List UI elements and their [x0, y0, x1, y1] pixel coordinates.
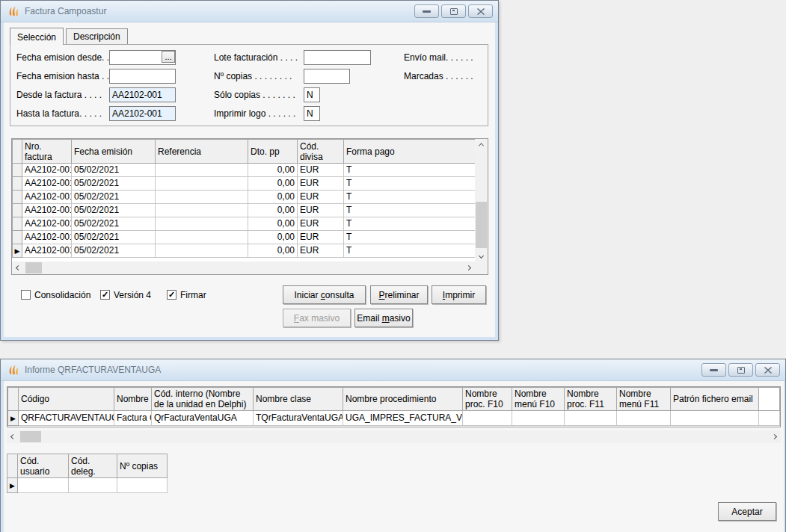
cell-forma-pago[interactable]: T [344, 191, 476, 204]
solo-copias-input[interactable] [304, 87, 320, 102]
restore-button[interactable] [441, 4, 466, 18]
cell-dto-pp[interactable]: 0,00 [248, 217, 298, 231]
cell-referencia[interactable] [156, 244, 248, 258]
cell-nro-factura[interactable]: AA2102-001 [22, 204, 72, 217]
cell-fecha-emision[interactable]: 05/02/2021 [72, 244, 156, 258]
hasta-factura-input[interactable] [109, 106, 176, 121]
cell-cod-divisa[interactable]: EUR [298, 231, 344, 244]
fax-masivo-button[interactable]: Fax masivo [283, 309, 351, 327]
table-row[interactable]: ▶ [7, 478, 168, 493]
date-picker-button[interactable]: ... [162, 51, 175, 63]
restore-button[interactable] [728, 363, 753, 377]
aceptar-button[interactable]: Aceptar [718, 502, 776, 521]
report-horizontal-scrollbar[interactable] [7, 430, 781, 443]
cell-nombre-proc-f11[interactable] [565, 411, 617, 426]
row-selector-cell[interactable]: ▶ [8, 411, 19, 426]
scroll-down-button[interactable] [475, 250, 488, 262]
scroll-right-button[interactable] [768, 430, 781, 443]
scroll-right-button[interactable] [462, 262, 475, 274]
cell-patron-fichero-email[interactable] [671, 411, 759, 426]
row-selector-cell[interactable]: ▶ [7, 478, 18, 493]
row-selector-cell[interactable]: ▶ [13, 244, 22, 258]
row-selector-cell[interactable] [13, 217, 22, 231]
table-row[interactable]: AA2102-001 05/02/2021 0,00 EUR T [13, 177, 476, 191]
cell-fecha-emision[interactable]: 05/02/2021 [72, 231, 156, 244]
cell-cod-divisa[interactable]: EUR [298, 244, 344, 258]
cell-dto-pp[interactable]: 0,00 [248, 177, 298, 191]
table-row[interactable]: ▶ AA2102-001 05/02/2021 0,00 EUR T [13, 244, 476, 258]
table-row[interactable]: AA2102-001 05/02/2021 0,00 EUR T [13, 217, 476, 231]
factura-titlebar[interactable]: Factura Campoastur [1, 1, 498, 22]
tab-seleccion[interactable]: Selección [10, 28, 64, 45]
cell-forma-pago[interactable]: T [344, 164, 476, 177]
iniciar-consulta-button[interactable]: Iniciar consulta [283, 285, 366, 304]
cell-nro-factura[interactable]: AA2102-001 [22, 164, 72, 177]
checkbox-box[interactable] [21, 290, 31, 300]
row-selector-cell[interactable] [13, 204, 22, 217]
minimize-button[interactable] [414, 4, 439, 18]
cell-forma-pago[interactable]: T [344, 177, 476, 191]
cell-cod-divisa[interactable]: EUR [298, 191, 344, 204]
row-selector-cell[interactable] [13, 191, 22, 204]
cell-fecha-emision[interactable]: 05/02/2021 [72, 177, 156, 191]
checkbox-box[interactable]: ✓ [100, 290, 110, 300]
cell-nombre[interactable]: Factura Ca [114, 411, 152, 426]
close-button[interactable] [468, 4, 493, 18]
checkbox-consolidacion[interactable]: Consolidación [21, 289, 90, 300]
tab-descripcion[interactable]: Descripción [66, 28, 128, 44]
cell-referencia[interactable] [156, 204, 248, 217]
cell-referencia[interactable] [156, 177, 248, 191]
cell-nro-factura[interactable]: AA2102-001 [22, 177, 72, 191]
cell-cod-usuario[interactable] [18, 478, 69, 493]
table-row[interactable]: AA2102-001 05/02/2021 0,00 EUR T [13, 191, 476, 204]
horizontal-scroll-thumb[interactable] [20, 431, 41, 442]
cell-nombre-proc-f10[interactable] [463, 411, 512, 426]
checkbox-version-4[interactable]: ✓ Versión 4 [100, 289, 151, 300]
cell-fecha-emision[interactable]: 05/02/2021 [72, 191, 156, 204]
cell-cod-divisa[interactable]: EUR [298, 177, 344, 191]
cell-dto-pp[interactable]: 0,00 [248, 191, 298, 204]
cell-nro-factura[interactable]: AA2102-001 [22, 217, 72, 231]
table-row[interactable]: AA2102-001 05/02/2021 0,00 EUR T [13, 164, 476, 177]
desde-factura-input[interactable] [109, 87, 176, 102]
vertical-scrollbar[interactable] [475, 139, 488, 262]
cell-cod-deleg[interactable] [69, 478, 117, 493]
cell-dto-pp[interactable]: 0,00 [248, 164, 298, 177]
email-masivo-button[interactable]: Email masivo [354, 309, 413, 327]
cell-fecha-emision[interactable]: 05/02/2021 [72, 204, 156, 217]
cell-cod-divisa[interactable]: EUR [298, 164, 344, 177]
cell-forma-pago[interactable]: T [344, 231, 476, 244]
cell-dto-pp[interactable]: 0,00 [248, 204, 298, 217]
cell-codigo[interactable]: QRFACTURAVENTAUGA [19, 411, 114, 426]
cell-referencia[interactable] [156, 191, 248, 204]
cell-nro-factura[interactable]: AA2102-001 [22, 244, 72, 258]
cell-fecha-emision[interactable]: 05/02/2021 [72, 164, 156, 177]
row-selector-cell[interactable] [13, 231, 22, 244]
cell-cod-divisa[interactable]: EUR [298, 204, 344, 217]
minimize-button[interactable] [701, 363, 726, 377]
scroll-left-button[interactable] [12, 262, 25, 274]
cell-forma-pago[interactable]: T [344, 217, 476, 231]
cell-cod-divisa[interactable]: EUR [298, 217, 344, 231]
informe-titlebar[interactable]: Informe QRFACTURAVENTAUGA [1, 359, 785, 381]
checkbox-firmar[interactable]: ✓ Firmar [167, 289, 206, 300]
cell-referencia[interactable] [156, 164, 248, 177]
cell-fecha-emision[interactable]: 05/02/2021 [72, 217, 156, 231]
cell-cod-interno[interactable]: QrFacturaVentaUGA [152, 411, 254, 426]
cell-nombre-procedimiento[interactable]: UGA_IMPRES_FACTURA_VENTA [343, 411, 463, 426]
fecha-hasta-input[interactable] [109, 69, 176, 84]
vertical-scroll-thumb[interactable] [476, 202, 487, 248]
lote-input[interactable] [304, 50, 371, 65]
cell-forma-pago[interactable]: T [344, 244, 476, 258]
cell-num-copias[interactable] [117, 478, 168, 493]
cell-referencia[interactable] [156, 217, 248, 231]
imprimir-logo-input[interactable] [304, 106, 320, 121]
cell-nombre-menu-f11[interactable] [617, 411, 671, 426]
cell-dto-pp[interactable]: 0,00 [248, 231, 298, 244]
table-row[interactable]: AA2102-001 05/02/2021 0,00 EUR T [13, 231, 476, 244]
cell-dto-pp[interactable]: 0,00 [248, 244, 298, 258]
cell-forma-pago[interactable]: T [344, 204, 476, 217]
table-row[interactable]: ▶ QRFACTURAVENTAUGA Factura Ca QrFactura… [8, 411, 780, 426]
close-button[interactable] [755, 363, 780, 377]
row-selector-cell[interactable] [13, 177, 22, 191]
